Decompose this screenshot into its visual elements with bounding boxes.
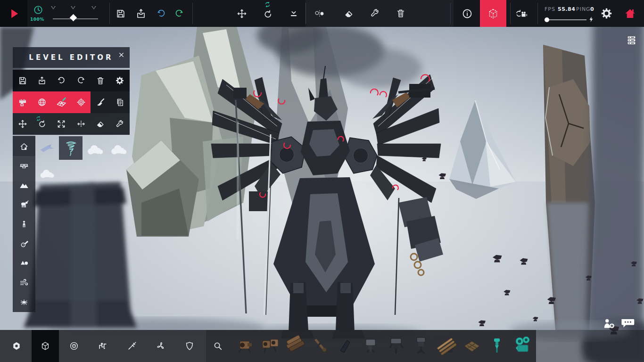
load-button[interactable] [135,8,147,20]
block-thumb-dark-blade[interactable] [335,334,356,358]
wrench-tool-button[interactable] [110,113,130,135]
info-button[interactable] [461,8,473,19]
rotate-cycle-icon [264,1,271,8]
entity-tile-clouds[interactable] [83,138,107,162]
block-thumb-log-cannon-cluster[interactable] [285,334,306,358]
rotate-tool-button[interactable] [32,113,51,135]
delete-tool-button[interactable] [395,8,406,19]
sidebar-item-characters[interactable] [13,214,35,233]
chat-button[interactable] [619,316,636,330]
sidebar-item-blocks[interactable] [13,156,35,175]
sidebar-item-insects[interactable] [13,293,35,312]
sidebar-item-shapes[interactable] [13,253,35,272]
symmetry-tool-button[interactable] [313,8,325,19]
quality-slider-handle[interactable] [545,17,549,22]
speed-marker-icon [51,6,56,9]
panel-mode-row [13,91,130,113]
block-thumb-cannon[interactable] [234,334,256,358]
panel-transform-row [13,113,130,135]
block-thumb-wooden-panel[interactable] [461,334,482,358]
snap-to-ground-button[interactable] [288,8,299,19]
delete-level-button[interactable] [91,70,110,91]
ping-label: PING [576,6,591,12]
ping-value: 0 [590,6,594,12]
sidebar-item-structures[interactable] [13,137,35,156]
panel-title: LEVEL EDITOR [29,53,113,62]
block-thumb-pin[interactable] [486,334,508,358]
speed-marker-icon [71,6,75,9]
block-bar [0,330,644,362]
category-armour[interactable] [184,340,195,352]
sidebar-item-wind[interactable] [13,273,35,292]
category-blocks-cube-selected[interactable] [40,340,51,352]
entity-tile-ghost-bird[interactable] [35,138,59,161]
fps-value: 55.84 [558,6,575,12]
category-basic-nut[interactable] [11,340,22,352]
block-thumb-twin-cannon[interactable] [260,334,281,358]
settings-gear-button[interactable] [600,7,613,20]
block-view-toggle-button-active[interactable] [480,0,506,27]
level-editor-panel: LEVEL EDITOR [13,47,130,135]
add-friend-button[interactable] [602,317,617,330]
mirror-tool-button[interactable] [71,113,91,135]
entity-tile-clouds[interactable] [107,138,131,162]
close-icon[interactable] [116,50,126,59]
server-list-button[interactable] [625,34,637,46]
category-wheels[interactable] [68,340,80,352]
redo-button[interactable] [71,70,91,91]
sidebar-item-animals[interactable] [13,194,35,214]
category-flight[interactable] [155,340,166,352]
undo-button[interactable] [156,8,167,19]
speed-slider-handle[interactable] [70,14,77,22]
environment-tab[interactable] [32,91,51,113]
top-toolbar: 100% FPS 55.84 PING 0 [0,0,644,27]
panel-title-bar: LEVEL EDITOR [13,47,130,68]
brush-tool-button[interactable] [91,91,110,113]
home-button[interactable] [623,7,636,20]
block-thumb-mounted-turret[interactable] [385,334,407,358]
load-level-button[interactable] [32,70,51,91]
duplicate-button[interactable] [110,91,130,113]
speed-marker-icon [91,6,96,9]
panel-file-row [13,70,130,91]
block-thumb-claw-turret[interactable] [410,334,432,358]
rotate-tool-button[interactable] [262,8,273,20]
eraser-tool-button[interactable] [91,113,110,135]
camera-cycle-button[interactable] [514,8,529,19]
block-bar-fade [536,330,644,362]
category-mechanical[interactable] [97,340,108,352]
block-thumb-wooden-rails[interactable] [436,334,457,358]
block-search-button[interactable] [212,340,223,352]
entity-tile-tornado-selected[interactable] [59,136,83,160]
block-thumb-grabber[interactable] [360,334,381,358]
eraser-tool-button[interactable] [343,8,355,19]
scale-tool-button[interactable] [52,113,71,135]
move-tool-button[interactable] [13,113,32,135]
save-level-button[interactable] [13,70,32,91]
block-thumb-crossbow[interactable] [310,334,331,358]
play-button[interactable] [7,6,22,21]
entity-category-sidebar [13,136,35,312]
fps-label: FPS [545,6,555,12]
block-thumb-camera[interactable] [511,334,533,358]
sidebar-item-weapons[interactable] [13,234,35,253]
entity-tile-cloud[interactable] [35,162,59,186]
terrain-paint-tab[interactable] [52,91,71,113]
sidebar-item-terrain[interactable] [13,175,35,195]
quality-slider[interactable] [547,19,586,20]
category-weapons[interactable] [126,340,138,352]
move-tool-button[interactable] [236,8,248,19]
level-settings-button[interactable] [110,70,130,91]
wrench-tool-button[interactable] [369,8,380,19]
redo-button[interactable] [173,8,185,19]
objectives-tab[interactable] [71,91,91,113]
save-button[interactable] [115,8,126,19]
power-bolt-icon [587,16,594,23]
undo-button[interactable] [52,70,71,91]
machines-tab[interactable] [13,91,32,113]
clock-icon[interactable] [32,4,44,16]
speed-percent-label: 100% [30,17,44,22]
